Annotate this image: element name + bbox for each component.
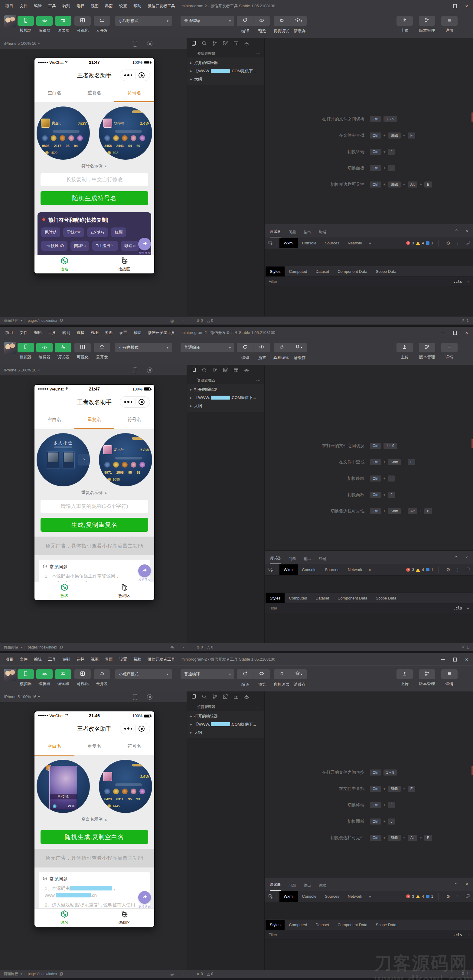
- inspector-tab[interactable]: Styles: [266, 920, 285, 930]
- menu-item[interactable]: 选择: [76, 330, 84, 336]
- visual-button[interactable]: [75, 669, 91, 679]
- generate-button[interactable]: 随机生成符号名: [40, 191, 148, 205]
- explorer-more-button[interactable]: ···: [256, 51, 261, 56]
- filter-input[interactable]: [269, 932, 329, 937]
- warning-counter[interactable]: △0: [207, 318, 213, 323]
- page-path-value[interactable]: pages/index/index: [28, 645, 57, 649]
- device-debug-button[interactable]: [274, 669, 290, 679]
- tree-item-open-editors[interactable]: ▶ 打开的编辑器: [187, 59, 264, 67]
- app-tab[interactable]: 重复名: [75, 84, 114, 102]
- cls-toggle[interactable]: .cls: [453, 280, 462, 284]
- source-control-icon[interactable]: [212, 41, 218, 48]
- menu-item[interactable]: 选择: [76, 3, 84, 9]
- inspector-tab[interactable]: Styles: [266, 593, 285, 603]
- collapse-panel-icon[interactable]: [454, 228, 458, 233]
- close-button[interactable]: ×: [465, 657, 468, 662]
- collapse-panel-icon[interactable]: [454, 881, 458, 886]
- undock-icon[interactable]: [465, 240, 470, 246]
- more-tabs-button[interactable]: »: [369, 241, 371, 245]
- debugger-tab[interactable]: 输出: [304, 556, 311, 564]
- files-icon[interactable]: [191, 367, 197, 374]
- preview-button[interactable]: [253, 669, 270, 679]
- visual-button[interactable]: [75, 343, 91, 352]
- record-icon[interactable]: [147, 41, 153, 46]
- menu-item[interactable]: 微信开发者工具: [148, 3, 175, 9]
- window-icon[interactable]: [233, 367, 239, 374]
- menu-item[interactable]: 设置: [119, 330, 127, 336]
- error-counter[interactable]: ⊗0: [197, 318, 203, 323]
- avatar[interactable]: [4, 342, 16, 354]
- menu-item[interactable]: 项目: [5, 3, 13, 9]
- status-more-button[interactable]: ···: [182, 645, 186, 649]
- menu-item[interactable]: 视图: [91, 3, 99, 9]
- close-button[interactable]: ×: [465, 330, 468, 336]
- app-tab[interactable]: 空白名: [35, 84, 75, 102]
- debugger-tab[interactable]: 终端: [319, 556, 326, 564]
- menu-item[interactable]: 视图: [91, 657, 99, 662]
- add-style-button[interactable]: +: [467, 279, 469, 284]
- files-icon[interactable]: [191, 41, 197, 48]
- inspector-tab[interactable]: Dataset: [311, 920, 333, 930]
- extensions-icon[interactable]: [223, 367, 228, 374]
- devtools-tab[interactable]: Network: [344, 238, 366, 248]
- debugger-tab[interactable]: 终端: [319, 883, 326, 891]
- status-more-button[interactable]: ···: [182, 318, 186, 323]
- copy-icon[interactable]: [59, 972, 63, 976]
- cloud-button[interactable]: [94, 16, 110, 26]
- menu-item[interactable]: 项目: [5, 657, 13, 662]
- add-style-button[interactable]: +: [467, 606, 469, 611]
- docker-icon[interactable]: [244, 41, 250, 48]
- app-tab[interactable]: 重复名: [75, 411, 114, 429]
- page-path-value[interactable]: pages/index/index: [28, 972, 57, 976]
- extensions-icon[interactable]: [223, 694, 228, 701]
- simulator-button[interactable]: [18, 343, 34, 352]
- generate-button[interactable]: 随机生成,复制空白名: [40, 830, 148, 844]
- error-counter[interactable]: ⊗0: [197, 645, 203, 649]
- debugger-tab[interactable]: 调试器: [270, 882, 281, 891]
- filter-input[interactable]: [269, 606, 329, 610]
- example-caption[interactable]: 重复名示例▲: [35, 490, 154, 495]
- mode-select[interactable]: 小程序模式 ▾: [115, 669, 172, 679]
- upload-button[interactable]: [397, 343, 413, 352]
- share-button[interactable]: 发给朋友: [137, 891, 152, 908]
- maximize-button[interactable]: [453, 3, 457, 9]
- copy-icon[interactable]: [59, 646, 63, 649]
- page-path-label[interactable]: 页面路径: [4, 645, 18, 650]
- device-debug-button[interactable]: [274, 343, 290, 352]
- minimize-button[interactable]: [441, 3, 445, 9]
- error-count[interactable]: 3: [412, 568, 414, 572]
- simulator-button[interactable]: [18, 669, 34, 679]
- exit-button[interactable]: [139, 725, 145, 732]
- copy-icon[interactable]: [59, 319, 63, 323]
- gear-icon[interactable]: ⚙: [446, 894, 450, 899]
- device-debug-button[interactable]: [274, 16, 290, 26]
- tab-rename[interactable]: 改名: [35, 582, 94, 600]
- tree-item-outline[interactable]: ▶ 大纲: [187, 402, 264, 410]
- compile-mode-select[interactable]: 普通编译 ▾: [180, 343, 234, 352]
- warning-counter[interactable]: △0: [207, 972, 213, 976]
- upload-button[interactable]: [397, 16, 413, 26]
- share-button[interactable]: 发给朋友: [137, 565, 152, 582]
- menu-item[interactable]: 转到: [62, 3, 70, 9]
- extensions-icon[interactable]: [223, 41, 228, 48]
- menu-item[interactable]: 微信开发者工具: [148, 330, 175, 336]
- window-icon[interactable]: [233, 694, 239, 701]
- record-icon[interactable]: [147, 694, 153, 700]
- info-count[interactable]: 1: [431, 568, 433, 572]
- app-tab[interactable]: 空白名: [35, 737, 75, 755]
- nickname-tag[interactable]: ╰☆秋风oO: [41, 241, 67, 251]
- more-tabs-button[interactable]: »: [369, 894, 371, 899]
- kebab-menu-icon[interactable]: ⋮: [456, 894, 460, 899]
- more-button[interactable]: [124, 401, 132, 403]
- tree-item-open-editors[interactable]: ▶ 打开的编辑器: [187, 712, 264, 720]
- error-count[interactable]: 3: [412, 894, 414, 899]
- app-tab[interactable]: 符号名: [114, 737, 154, 755]
- app-tab[interactable]: 符号名: [114, 84, 154, 102]
- inspector-tab[interactable]: Styles: [266, 266, 285, 277]
- inspector-tab[interactable]: Scope Data: [371, 593, 400, 603]
- inspect-element-icon[interactable]: [268, 894, 273, 899]
- eye-icon[interactable]: ◎: [170, 645, 174, 650]
- inspector-tab[interactable]: Computed: [285, 593, 311, 603]
- devtools-tab[interactable]: Console: [298, 565, 321, 575]
- menu-item[interactable]: 工具: [48, 330, 56, 336]
